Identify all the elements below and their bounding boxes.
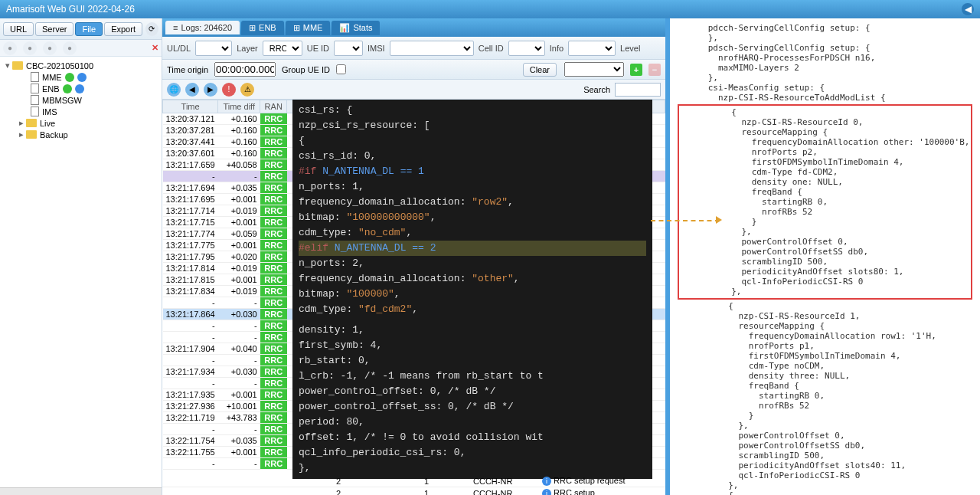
toolbar-icon-2[interactable]: ● bbox=[23, 41, 37, 55]
cell-time: - bbox=[163, 332, 218, 343]
toolbar-icon-4[interactable]: ● bbox=[63, 41, 77, 55]
time-origin-input[interactable] bbox=[214, 62, 276, 77]
tree-item-mme[interactable]: MME bbox=[31, 71, 158, 83]
cell-diff: +10.001 bbox=[218, 401, 260, 412]
cell-diff: +0.001 bbox=[218, 274, 260, 286]
filter-select[interactable] bbox=[564, 62, 624, 77]
message-table: 2 1 CCCH-NR iRRC setup request 2 1 CCCH-… bbox=[162, 475, 665, 495]
cell-time: - bbox=[163, 297, 218, 309]
tab-enb[interactable]: ⊞ENB bbox=[241, 21, 284, 35]
url-button[interactable]: URL bbox=[3, 22, 34, 36]
toolbar-icon-1[interactable]: ● bbox=[3, 41, 17, 55]
cell-diff: - bbox=[218, 378, 260, 389]
globe-icon[interactable]: 🌐 bbox=[167, 83, 181, 97]
msg-ch: CCCH-NR bbox=[469, 475, 537, 487]
tree-live-label: Live bbox=[40, 119, 55, 128]
tab-logs[interactable]: ≡Logs: 204620 bbox=[165, 21, 240, 34]
msg-text: iRRC setup request bbox=[537, 475, 665, 487]
toggle-icon[interactable]: ▸ bbox=[17, 118, 26, 128]
cellid-label: Cell ID bbox=[479, 44, 504, 53]
clear-button[interactable]: Clear bbox=[523, 63, 557, 77]
cell-time: 13:21:17.775 bbox=[163, 240, 218, 251]
cell-time: - bbox=[163, 378, 218, 389]
page-icon bbox=[31, 72, 39, 82]
msg-c1: 2 bbox=[292, 475, 384, 487]
close-icon[interactable]: ✕ bbox=[152, 43, 158, 53]
cell-diff: +0.001 bbox=[218, 217, 260, 228]
cell-diff: +0.035 bbox=[218, 435, 260, 447]
cell-ran: RRC bbox=[260, 332, 287, 343]
error-icon[interactable]: ! bbox=[222, 83, 236, 97]
prev-icon[interactable]: ◀ bbox=[185, 83, 199, 97]
uldl-select[interactable] bbox=[195, 41, 232, 56]
group-ueid-label: Group UE ID bbox=[282, 65, 330, 74]
cell-diff: - bbox=[218, 424, 260, 435]
right-text-1: pdcch-ServingCellConfig setup: { }, pdsc… bbox=[678, 23, 972, 103]
cell-ran: RRC bbox=[260, 171, 287, 182]
imsi-select[interactable] bbox=[390, 41, 474, 56]
toolbar-icon-3[interactable]: ● bbox=[43, 41, 57, 55]
cell-diff: +0.019 bbox=[218, 263, 260, 274]
tree-item-ims[interactable]: IMS bbox=[31, 106, 158, 117]
cell-ran: RRC bbox=[260, 458, 287, 470]
uldl-label: UL/DL bbox=[167, 44, 191, 53]
cell-time: 13:21:17.864 bbox=[163, 309, 218, 320]
collapse-icon[interactable]: ◀ bbox=[962, 3, 974, 15]
filter-bar: UL/DL LayerRRC UE ID IMSI Cell ID Info L… bbox=[162, 37, 665, 60]
info-icon: i bbox=[542, 477, 551, 486]
msg-row[interactable]: 2 1 CCCH-NR iRRC setup request bbox=[162, 475, 665, 487]
tree-backup[interactable]: ▸ Backup bbox=[17, 129, 158, 140]
tree-live[interactable]: ▸ Live bbox=[17, 117, 158, 129]
cellid-select[interactable] bbox=[508, 41, 545, 56]
tree-item-enb[interactable]: ENB bbox=[31, 83, 158, 94]
tree-root-label: CBC-2021050100 bbox=[26, 61, 93, 70]
cell-ran: RRC bbox=[260, 355, 287, 366]
refresh-icon[interactable]: ⟳ bbox=[145, 22, 158, 36]
cell-time: 13:21:17.695 bbox=[163, 194, 218, 205]
cell-time: 13:21:17.935 bbox=[163, 389, 218, 401]
cell-diff: +0.160 bbox=[218, 148, 260, 159]
next-icon[interactable]: ▶ bbox=[204, 83, 217, 97]
cell-diff: +0.001 bbox=[218, 240, 260, 251]
tab-mme[interactable]: ⊞MME bbox=[286, 21, 331, 35]
col-timediff[interactable]: Time diff bbox=[218, 100, 260, 113]
warn-icon[interactable]: ⚠ bbox=[240, 83, 254, 97]
tree-item-label: MME bbox=[42, 73, 62, 82]
add-filter-button[interactable]: + bbox=[630, 64, 642, 76]
ueid-select[interactable] bbox=[334, 41, 363, 56]
cell-diff: +0.040 bbox=[218, 343, 260, 355]
cell-diff: +0.030 bbox=[218, 309, 260, 320]
annotation-arrow bbox=[651, 220, 720, 221]
annotation-arrow-head bbox=[716, 216, 722, 224]
info-select[interactable] bbox=[568, 41, 616, 56]
tab-stats[interactable]: 📊Stats bbox=[332, 21, 380, 35]
cell-ran: RRC bbox=[260, 240, 287, 251]
col-ran[interactable]: RAN bbox=[260, 100, 287, 113]
remove-filter-button[interactable]: − bbox=[648, 64, 661, 76]
scrollbar[interactable] bbox=[0, 487, 162, 495]
tabbar: ≡Logs: 204620 ⊞ENB ⊞MME 📊Stats bbox=[162, 18, 665, 37]
file-button[interactable]: File bbox=[75, 22, 103, 36]
toggle-icon[interactable]: ▾ bbox=[3, 61, 12, 70]
msg-row[interactable]: 2 1 CCCH-NR iRRC setup bbox=[162, 487, 665, 496]
cell-ran: RRC bbox=[260, 182, 287, 194]
center-panel: ≡Logs: 204620 ⊞ENB ⊞MME 📊Stats UL/DL Lay… bbox=[162, 18, 668, 495]
tree-item-mbmsgw[interactable]: MBMSGW bbox=[31, 94, 158, 106]
tree-item-label: IMS bbox=[42, 107, 57, 116]
search-input[interactable] bbox=[615, 83, 661, 97]
cell-time: 13:20:37.281 bbox=[163, 125, 218, 136]
col-time[interactable]: Time bbox=[163, 100, 218, 113]
ueid-label: UE ID bbox=[307, 44, 329, 53]
page-icon bbox=[31, 95, 39, 105]
server-button[interactable]: Server bbox=[35, 22, 74, 36]
export-button[interactable]: Export bbox=[104, 22, 142, 36]
cell-time: - bbox=[163, 458, 218, 470]
tree-root[interactable]: ▾ CBC-2021050100 bbox=[3, 60, 158, 71]
tab-logs-label: Logs: 204620 bbox=[181, 23, 232, 32]
layer-select[interactable]: RRC bbox=[263, 41, 302, 56]
cell-ran: RRC bbox=[260, 286, 287, 297]
group-ueid-checkbox[interactable] bbox=[336, 64, 346, 74]
cell-ran: RRC bbox=[260, 343, 287, 355]
cell-ran: RRC bbox=[260, 401, 287, 412]
toggle-icon[interactable]: ▸ bbox=[17, 129, 26, 139]
